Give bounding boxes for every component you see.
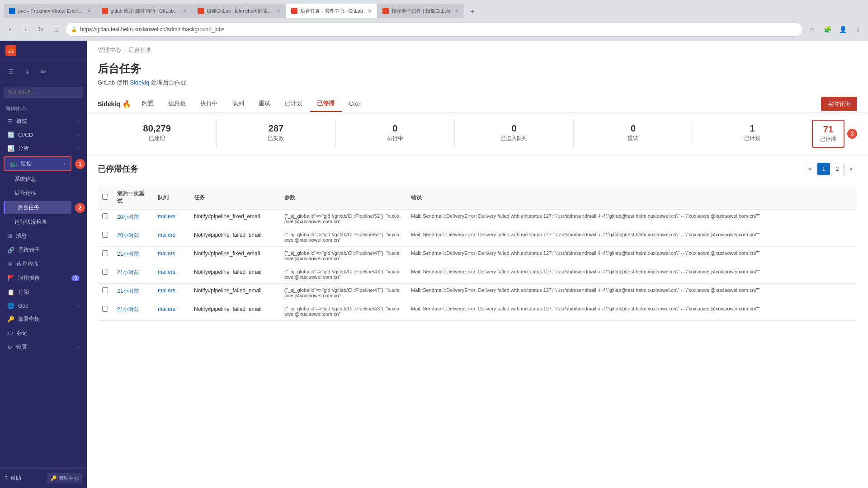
sidebar-item-hooks[interactable]: 🔗 系统钩子 xyxy=(2,244,85,257)
row-checkbox-0[interactable] xyxy=(102,213,108,219)
sidebar-item-sysinfo[interactable]: 系统信息 xyxy=(2,173,85,186)
key-icon: 🔑 xyxy=(51,475,57,481)
tab-1-close[interactable]: ✕ xyxy=(87,8,91,14)
help-label: 帮助 xyxy=(10,474,21,482)
page-2-btn[interactable]: 2 xyxy=(831,163,844,175)
page-next-btn[interactable]: » xyxy=(844,163,857,175)
select-all-checkbox[interactable] xyxy=(102,194,108,200)
monitor-chevron: › xyxy=(64,161,65,166)
new-tab-button[interactable]: + xyxy=(466,5,479,18)
sidebar-item-messages[interactable]: ✉ 消息 xyxy=(2,230,85,243)
tab-4-close[interactable]: ✕ xyxy=(368,8,372,14)
admin-center-button[interactable]: 🔑 管理中心 xyxy=(47,473,82,483)
tab-5-close[interactable]: ✕ xyxy=(455,8,459,14)
row-checkbox-1[interactable] xyxy=(102,232,108,238)
tab-dead[interactable]: 已停滞 xyxy=(310,96,342,112)
th-error: 错误 xyxy=(406,186,857,209)
sidebar-item-cicd[interactable]: 🔄 CI/CD › xyxy=(2,129,85,141)
sidebar-item-deploy-keys[interactable]: 🔑 部署密钥 xyxy=(2,313,85,326)
row-error-1: Mail::Sendmail::DeliveryError: Delivery … xyxy=(406,228,857,247)
row-queue-2[interactable]: mailers xyxy=(153,247,189,265)
sidebar-item-migration[interactable]: 后台迁移 xyxy=(2,187,85,200)
tab-1[interactable]: pve - Proxmox Virtual Envir... ✕ xyxy=(4,4,96,18)
sidebar-item-subscribe[interactable]: 📋 订阅 xyxy=(2,286,85,299)
row-queue-0[interactable]: mailers xyxy=(153,209,189,228)
tab-idle[interactable]: 闲置 xyxy=(135,96,161,112)
forward-button[interactable]: › xyxy=(19,23,32,36)
row-params-0: {"_aj_globalid"=>"gid://gitlab/Ci::Pipel… xyxy=(280,209,406,228)
tab-running[interactable]: 执行中 xyxy=(193,96,225,112)
sidebar-item-analytics[interactable]: 📊 分析 › xyxy=(2,142,85,155)
bookmark-button[interactable]: ☆ xyxy=(806,23,818,36)
row-queue-4[interactable]: mailers xyxy=(153,284,189,302)
tab-scheduled[interactable]: 已计划 xyxy=(278,96,310,112)
extensions-button[interactable]: 🧩 xyxy=(821,23,834,36)
row-time-5: 21小时前 xyxy=(113,302,153,321)
tab-queue[interactable]: 队列 xyxy=(225,96,251,112)
tab-3[interactable]: 极狐GitLab Helm chart 部署... ✕ xyxy=(192,4,286,18)
sidebar-item-deploy-keys-label: 部署密钥 xyxy=(18,315,40,323)
sidebar-item-monitor[interactable]: 📺 监控 › xyxy=(4,156,71,171)
tab-5-label: 接收电子邮件 | 极狐GitLab xyxy=(392,8,450,14)
breadcrumb-admin[interactable]: 管理中心 xyxy=(98,46,121,54)
lock-icon: 🔒 xyxy=(71,27,77,33)
row-task-3: Notify#pipeline_failed_email xyxy=(189,265,280,284)
sidebar-item-apps[interactable]: 🖥 应用程序 xyxy=(2,258,85,271)
row-queue-1[interactable]: mailers xyxy=(153,228,189,247)
sidekiq-link[interactable]: Sidekiq xyxy=(130,79,150,86)
sidebar-item-geo[interactable]: 🌐 Geo › xyxy=(2,300,85,312)
gitlab-logo: 🦊 xyxy=(5,45,16,56)
back-button[interactable]: ‹ xyxy=(4,23,16,36)
th-task: 任务 xyxy=(189,186,280,209)
home-button[interactable]: ⌂ xyxy=(50,23,62,36)
tab-1-label: pve - Proxmox Virtual Envir... xyxy=(18,8,82,14)
jobs-section: 已停滞任务 « 1 2 » 最后一次重试 队列 任务 参数 错误 xyxy=(87,155,868,328)
realtime-button[interactable]: 实时轮询 xyxy=(821,97,857,111)
settings-chevron: › xyxy=(78,345,80,350)
sidebar-item-abuse[interactable]: 🚩 滥用报告 0 xyxy=(2,272,85,285)
profile-button[interactable]: 👤 xyxy=(836,23,849,36)
row-params-5: {"_aj_globalid"=>"gid://gitlab/Ci::Pipel… xyxy=(280,302,406,321)
breadcrumb: 管理中心 › 后台任务 xyxy=(87,41,868,54)
menu-button[interactable]: ⋮ xyxy=(852,23,864,36)
page-prev-btn[interactable]: « xyxy=(804,163,816,175)
row-error-2: Mail::Sendmail::DeliveryError: Delivery … xyxy=(406,247,857,265)
tab-2-label: gitlab 应用 邮件功能 | GitLab... xyxy=(111,8,178,14)
browser-chrome: pve - Proxmox Virtual Envir... ✕ gitlab … xyxy=(0,0,868,41)
sidebar-edit-btn[interactable]: ✏ xyxy=(36,65,51,79)
tab-cron[interactable]: Cron xyxy=(342,97,369,112)
tab-retry[interactable]: 重试 xyxy=(251,96,278,112)
tab-4[interactable]: 后台任务 · 管理中心 · GitLab ✕ xyxy=(286,4,377,18)
page-title: 后台任务 xyxy=(98,61,857,76)
search-input[interactable] xyxy=(4,87,83,98)
row-queue-3[interactable]: mailers xyxy=(153,265,189,284)
sidebar-new-btn[interactable]: + xyxy=(20,65,34,79)
page-subtitle: GitLab 使用 Sidekiq 处理后台作业 xyxy=(98,79,857,87)
stat-retry-number: 0 xyxy=(577,123,689,134)
stat-processed-number: 80,279 xyxy=(101,123,212,134)
help-link[interactable]: ? 帮助 xyxy=(5,474,21,482)
tab-5[interactable]: 接收电子邮件 | 极狐GitLab ✕ xyxy=(377,4,464,18)
row-checkbox-3[interactable] xyxy=(102,269,108,275)
sidebar-item-labels[interactable]: 🏷 标记 xyxy=(2,327,85,340)
sidebar-item-bgjobs[interactable]: 后台任务 xyxy=(4,201,71,214)
tab-3-close[interactable]: ✕ xyxy=(276,8,280,14)
stat-running-number: 0 xyxy=(340,123,451,134)
tab-2[interactable]: gitlab 应用 邮件功能 | GitLab... ✕ xyxy=(96,4,192,18)
tab-2-close[interactable]: ✕ xyxy=(183,8,187,14)
reload-button[interactable]: ↻ xyxy=(34,23,47,36)
row-error-4: Mail::Sendmail::DeliveryError: Delivery … xyxy=(406,284,857,302)
row-queue-5[interactable]: mailers xyxy=(153,302,189,321)
row-checkbox-2[interactable] xyxy=(102,250,108,256)
jobs-table: 最后一次重试 队列 任务 参数 错误 20小时前 mailers Notify#… xyxy=(98,186,857,321)
tab-dashboard[interactable]: 信息板 xyxy=(161,96,193,112)
sidebar-item-hooks-label: 系统钩子 xyxy=(18,246,40,254)
sidebar-item-settings[interactable]: ⚙ 设置 › xyxy=(2,341,85,354)
row-checkbox-5[interactable] xyxy=(102,306,108,312)
sidebar-item-health[interactable]: 运行状况检查 xyxy=(2,216,85,229)
sidebar-toggle-btn[interactable]: ☰ xyxy=(4,65,18,79)
sidebar-item-overview[interactable]: ☰ 概览 › xyxy=(2,115,85,128)
page-1-btn[interactable]: 1 xyxy=(817,163,830,175)
row-checkbox-4[interactable] xyxy=(102,287,108,293)
address-bar[interactable]: 🔒 https://gitlab.test.helm.xuxiaowei.cn/… xyxy=(65,22,803,37)
